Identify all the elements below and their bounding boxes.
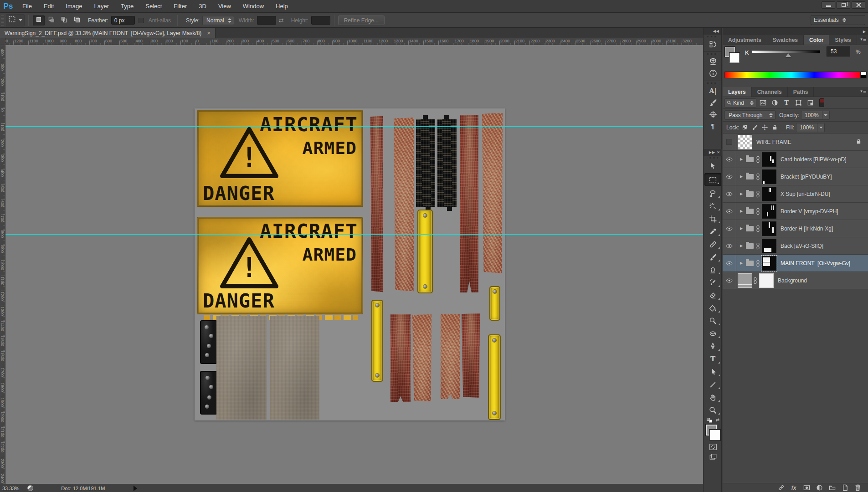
vertical-ruler[interactable]: 5004003002001000100200300400500600700800…	[0, 45, 5, 484]
layer-row-card-holders-blpw-vo-pd[interactable]: ▶Card holders [BlPW-vo-pD]	[723, 151, 868, 168]
dodge-tool[interactable]	[704, 314, 722, 327]
zoom-level-field[interactable]: 33.33%	[0, 486, 22, 491]
layer-row-background[interactable]: Background	[723, 272, 868, 289]
visibility-eye-icon[interactable]	[723, 237, 736, 254]
layer-mask-thumbnail[interactable]	[762, 204, 776, 219]
drag-grip[interactable]	[707, 36, 718, 37]
k-slider-thumb[interactable]	[786, 53, 791, 57]
expand-group-icon[interactable]: ▶	[738, 192, 745, 196]
tab-channels[interactable]: Channels	[752, 87, 788, 97]
quick-mask-button[interactable]	[704, 442, 722, 452]
restore-button[interactable]	[837, 1, 850, 9]
new-adjustment-layer-button[interactable]	[813, 484, 825, 492]
ruler-corner[interactable]	[0, 38, 5, 45]
layer-thumbnail[interactable]	[738, 135, 752, 149]
collapse-panels-button[interactable]: ▶	[723, 28, 868, 35]
horizontal-ruler[interactable]: 1300120011001000900800700600500400300200…	[5, 38, 703, 45]
rectangular-marquee-tool[interactable]	[704, 173, 721, 186]
anti-alias-checkbox[interactable]	[139, 18, 144, 23]
opacity-select[interactable]: 100%	[801, 111, 830, 120]
paragraph-panel[interactable]: ¶	[704, 120, 722, 132]
type-tool[interactable]: T	[704, 353, 722, 365]
filter-kind-select[interactable]: Kind	[724, 98, 756, 108]
lock-image[interactable]	[750, 123, 760, 132]
menu-layer[interactable]: Layer	[88, 3, 115, 10]
layer-mask-thumbnail[interactable]	[762, 152, 776, 167]
adjustment-layer-filter[interactable]	[769, 98, 780, 108]
character-panel[interactable]: A|	[704, 85, 722, 97]
feather-input[interactable]: 0 px	[111, 16, 135, 25]
visibility-eye-icon[interactable]	[723, 168, 736, 185]
menu-type[interactable]: Type	[115, 3, 139, 10]
tab-adjustments[interactable]: Adjustments	[723, 35, 767, 45]
line-tool[interactable]	[704, 378, 722, 391]
menu-image[interactable]: Image	[60, 3, 88, 10]
horizontal-guide[interactable]	[5, 234, 703, 235]
workspace-switcher[interactable]: Essentials	[811, 15, 865, 25]
tab-color[interactable]: Color	[804, 35, 829, 45]
expand-group-icon[interactable]: ▶	[738, 226, 745, 231]
hand-tool[interactable]	[704, 391, 722, 404]
layer-mask-thumbnail[interactable]	[762, 187, 776, 201]
spot-healing-brush-tool[interactable]	[704, 238, 722, 251]
layer-thumbnail[interactable]	[738, 273, 752, 288]
minimize-button[interactable]	[822, 1, 835, 9]
menu-view[interactable]: View	[212, 3, 237, 10]
tab-paths[interactable]: Paths	[788, 87, 814, 97]
pixel-layer-filter[interactable]	[757, 98, 768, 108]
style-select[interactable]: Normal	[202, 16, 234, 25]
brush-panel[interactable]	[704, 97, 722, 108]
tab-swatches[interactable]: Swatches	[767, 35, 804, 45]
layer-row-border-v-vmyp-dv-ph[interactable]: ▶Border V [vmyp-DV-PH]	[723, 203, 868, 220]
type-layer-filter[interactable]: T	[781, 98, 792, 108]
path-selection-tool[interactable]	[704, 365, 722, 378]
lock-all[interactable]	[770, 123, 780, 132]
menu-3d[interactable]: 3D	[193, 3, 212, 10]
document-tab[interactable]: WarningSign_2_DIFF.psd @ 33.3% (MAIN FRO…	[0, 28, 216, 38]
visibility-eye-icon[interactable]	[723, 272, 736, 289]
3d-panel[interactable]	[704, 56, 722, 67]
k-slider-track[interactable]	[752, 50, 820, 53]
layer-mask-thumbnail[interactable]	[762, 256, 776, 271]
add-to-selection-button[interactable]	[46, 15, 57, 26]
horizontal-guide[interactable]	[5, 126, 703, 127]
layer-style-button[interactable]: fx	[788, 484, 800, 492]
drag-grip[interactable]	[707, 82, 718, 84]
new-selection-button[interactable]	[33, 15, 45, 26]
layer-row-main-front-ot-vvgw-gv[interactable]: ▶MAIN FRONT [Ot-Vvgw-Gv]	[723, 255, 868, 272]
new-group-button[interactable]	[826, 484, 838, 492]
color-spectrum-ramp[interactable]	[724, 72, 861, 78]
menu-file[interactable]: File	[16, 3, 38, 10]
width-input[interactable]	[257, 16, 276, 25]
info-panel[interactable]	[704, 67, 722, 79]
visibility-checkbox[interactable]	[723, 133, 736, 150]
tool-preset-picker[interactable]	[6, 14, 25, 26]
spectrum-bw-swatches[interactable]	[861, 72, 867, 78]
link-layers-button[interactable]	[775, 484, 787, 492]
visibility-eye-icon[interactable]	[723, 151, 736, 168]
smart-object-filter[interactable]	[805, 98, 816, 108]
layer-row-wire-frame[interactable]: WIRE FRAME	[723, 133, 868, 151]
menu-filter[interactable]: Filter	[168, 3, 193, 10]
visibility-eye-icon[interactable]	[723, 220, 736, 237]
menu-select[interactable]: Select	[139, 3, 168, 10]
blend-mode-select[interactable]: Pass Through	[724, 110, 776, 120]
visibility-eye-icon[interactable]	[723, 185, 736, 202]
layer-row-x-sup-un-ebrn-du[interactable]: ▶X Sup [un-EbrN-DU]	[723, 185, 868, 203]
drag-grip[interactable]	[708, 157, 719, 159]
visibility-eye-icon[interactable]	[723, 203, 736, 220]
clone-source-panel[interactable]	[704, 108, 722, 120]
intersect-selection-button[interactable]	[71, 15, 83, 26]
status-flow-icon[interactable]	[27, 485, 33, 491]
menu-window[interactable]: Window	[237, 3, 270, 10]
tab-styles[interactable]: Styles	[829, 35, 857, 45]
shape-layer-filter[interactable]	[793, 98, 804, 108]
menu-edit[interactable]: Edit	[38, 3, 60, 10]
tab-layers[interactable]: Layers	[723, 87, 752, 97]
expand-group-icon[interactable]: ▶	[738, 244, 745, 248]
expand-panels-button[interactable]: ◀◀	[704, 28, 721, 35]
clone-stamp-tool[interactable]	[704, 263, 722, 276]
background-color-swatch[interactable]	[729, 53, 740, 63]
brush-tool[interactable]	[704, 251, 722, 263]
default-swap-colors[interactable]: ⇄	[704, 416, 722, 424]
